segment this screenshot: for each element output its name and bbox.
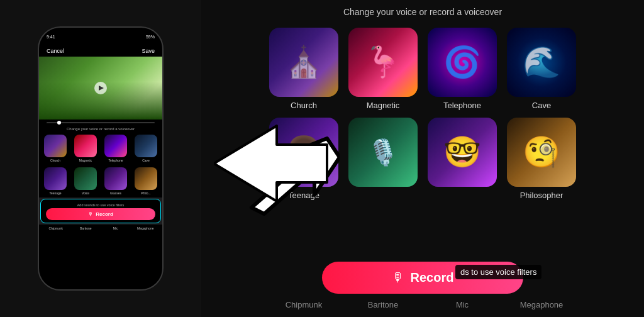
- phone-voiceover-label: Change your voice or record a voiceover: [39, 126, 162, 132]
- bottom-labels: Chipmunk Baritone Mic Megaphone: [269, 298, 576, 314]
- teenage-label-small: Teenage: [49, 191, 61, 195]
- voiceover-thumb-large: [348, 118, 418, 187]
- phone-header: Cancel Save: [39, 45, 162, 57]
- voice-label-small: Voice: [82, 191, 89, 195]
- phone-mic-label[interactable]: Mic: [101, 226, 130, 287]
- filters-row-1: Church Magnetic Telephone Cave: [216, 28, 629, 110]
- phone-filter-telephone[interactable]: Telephone: [102, 135, 130, 162]
- telephone-thumb-large: [428, 28, 497, 97]
- church-label-large: Church: [291, 101, 317, 110]
- cave-thumb-small: [135, 135, 157, 157]
- main-container: 9:41 59% Cancel Save: [0, 0, 644, 317]
- filter-voiceover[interactable]: ds to use voice filters: [348, 118, 418, 200]
- record-microphone-icon: 🎙: [392, 270, 404, 285]
- filter-teenage[interactable]: Teenage: [269, 118, 338, 200]
- filter-church[interactable]: Church: [269, 28, 338, 110]
- glasses-thumb-large: [428, 118, 497, 187]
- phone-cancel-button[interactable]: Cancel: [47, 48, 64, 54]
- philosopher-label-large: Philosopher: [520, 191, 564, 200]
- cave-label-large: Cave: [532, 101, 551, 110]
- phone-filter-glasses[interactable]: Glasses: [102, 167, 130, 195]
- cave-label-small: Cave: [142, 158, 150, 162]
- phone-notch: [85, 33, 116, 40]
- phone-record-section: Add sounds to use voice filters 🎙 Record: [40, 199, 161, 223]
- teenage-thumb-small: [44, 167, 67, 190]
- magnetic-thumb-large: [348, 28, 418, 97]
- phone-record-icon: 🎙: [88, 211, 93, 217]
- phone-video-preview[interactable]: [39, 57, 162, 120]
- filter-glasses[interactable]: [428, 118, 497, 200]
- telephone-label-small: Telephone: [108, 158, 123, 162]
- phone-record-button[interactable]: 🎙 Record: [46, 208, 155, 220]
- phone-save-button[interactable]: Save: [142, 48, 155, 54]
- philo-thumb-small: [135, 167, 157, 190]
- phone: 9:41 59% Cancel Save: [38, 26, 164, 291]
- philo-label-small: Philo...: [141, 191, 150, 195]
- magnetic-thumb-small: [74, 135, 97, 157]
- church-thumb-large: [269, 28, 338, 97]
- chipmunk-label[interactable]: Chipmunk: [269, 300, 338, 309]
- glasses-label-small: Glasses: [110, 191, 121, 195]
- philosopher-thumb-large: [507, 118, 576, 187]
- phone-filter-cave[interactable]: Cave: [132, 135, 160, 162]
- progress-dot: [57, 121, 61, 125]
- church-thumb-small: [44, 135, 67, 157]
- phone-play-button[interactable]: [94, 82, 107, 94]
- phone-add-sounds-label: Add sounds to use voice filters: [46, 202, 155, 208]
- phone-container: 9:41 59% Cancel Save: [0, 0, 201, 317]
- teenage-thumb-large: [269, 118, 338, 187]
- filter-cave[interactable]: Cave: [507, 28, 576, 110]
- mic-label[interactable]: Mic: [428, 300, 497, 309]
- voice-filter-overlay-text: ds to use voice filters: [455, 265, 541, 279]
- phone-megaphone-label[interactable]: Megaphone: [131, 226, 160, 287]
- phone-filter-voice[interactable]: Voice: [72, 167, 99, 195]
- megaphone-label[interactable]: Megaphone: [507, 300, 576, 309]
- church-label-small: Church: [50, 158, 60, 162]
- record-section: 🎙 Record Chipmunk Baritone Mic Megaphone: [201, 257, 644, 317]
- magnetic-label-small: Magnetic: [79, 158, 92, 162]
- telephone-thumb-small: [104, 135, 127, 157]
- phone-filters-row2: Teenage Voice Glasses Philo...: [39, 165, 162, 197]
- phone-notch-area: 9:41 59%: [39, 28, 162, 45]
- phone-filter-philosopher-small[interactable]: Philo...: [132, 167, 160, 195]
- play-icon: [99, 86, 104, 91]
- phone-status-left: 9:41: [47, 35, 55, 39]
- magnetic-label-large: Magnetic: [367, 101, 400, 110]
- cave-thumb-large: [507, 28, 576, 97]
- phone-filter-church[interactable]: Church: [42, 135, 69, 162]
- filter-telephone[interactable]: Telephone: [428, 28, 497, 110]
- phone-progress-bar: [39, 120, 162, 126]
- telephone-label-large: Telephone: [443, 101, 481, 110]
- voice-thumb-small: [74, 167, 97, 190]
- phone-baritone-label[interactable]: Baritone: [72, 226, 101, 287]
- baritone-label[interactable]: Baritone: [348, 300, 418, 309]
- phone-bottom-filters: Chipmunk Baritone Mic Megaphone: [39, 225, 162, 289]
- right-title: Change your voice or record a voiceover: [343, 7, 502, 17]
- right-header: Change your voice or record a voiceover: [201, 0, 644, 23]
- progress-track[interactable]: [47, 122, 155, 123]
- phone-chipmunk-label[interactable]: Chipmunk: [42, 226, 70, 287]
- filter-philosopher[interactable]: Philosopher: [507, 118, 576, 200]
- filters-row-2: Teenage ds to use voice filters Philosop…: [216, 118, 629, 200]
- phone-status-right: 59%: [146, 35, 155, 39]
- teenage-label-large: Teenage: [288, 191, 319, 200]
- right-panel: Change your voice or record a voiceover …: [201, 0, 644, 317]
- filters-area: Church Magnetic Telephone Cave: [201, 23, 644, 257]
- record-btn-label: Record: [411, 270, 454, 285]
- phone-filter-teenage[interactable]: Teenage: [42, 167, 69, 195]
- glasses-thumb-small: [104, 167, 127, 190]
- phone-filter-magnetic[interactable]: Magnetic: [72, 135, 99, 162]
- filter-magnetic[interactable]: Magnetic: [348, 28, 418, 110]
- phone-record-label: Record: [96, 211, 113, 217]
- phone-filters-row1: Church Magnetic Telephone Cave: [39, 132, 162, 165]
